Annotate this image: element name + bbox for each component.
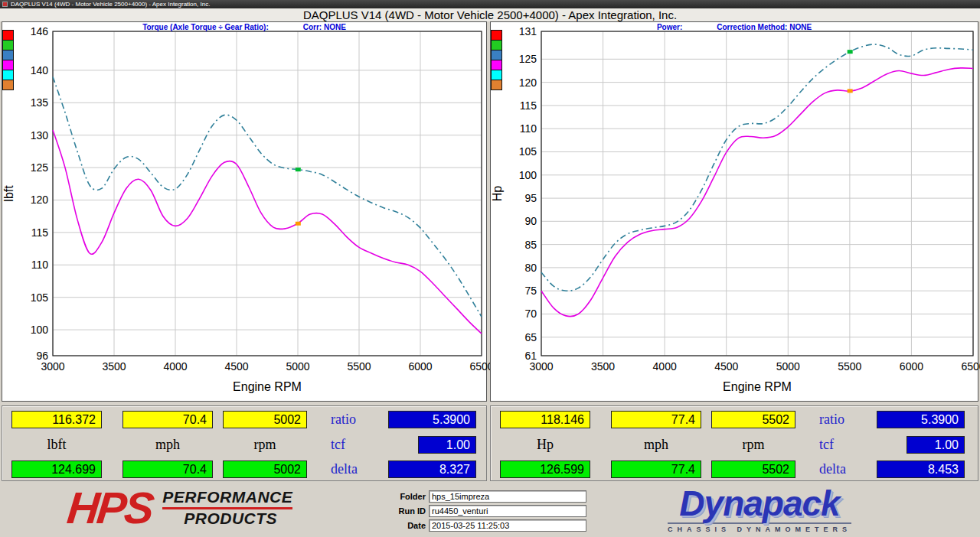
plot-background xyxy=(541,31,973,356)
hps-logo: HPS PERFORMANCE PRODUCTS xyxy=(67,487,292,529)
y-tick-label: 65 xyxy=(524,331,537,343)
legend-swatch-green[interactable] xyxy=(491,40,502,50)
hps-logo-word2: PRODUCTS xyxy=(184,509,292,528)
date-input[interactable] xyxy=(429,519,586,532)
x-tick-label: 6000 xyxy=(408,360,432,373)
x-tick-label: 4500 xyxy=(714,360,738,373)
footer: HPS PERFORMANCE PRODUCTS Folder Run ID D… xyxy=(0,482,980,537)
delta-label: delta xyxy=(331,461,386,478)
speed-unit-label: mph xyxy=(611,436,701,454)
ratio-label: ratio xyxy=(819,411,874,428)
app-title: DAQPLUS V14 (4WD - Motor Vehicle 2500+40… xyxy=(0,8,980,21)
speed-cursor-value: 77.4 xyxy=(611,411,701,428)
torque-cursor-value: 116.372 xyxy=(11,411,102,428)
ratio-value: 5.3900 xyxy=(388,411,476,428)
folder-input[interactable] xyxy=(429,490,586,503)
titlebar-text: DAQPLUS V14 (4WD - Motor Vehicle 2500+40… xyxy=(11,1,210,8)
tcf-value: 1.00 xyxy=(418,436,476,454)
y-tick-label: 125 xyxy=(31,161,49,174)
power-reference-value: 126.599 xyxy=(500,461,590,478)
tcf-value: 1.00 xyxy=(906,436,965,454)
x-tick-label: 3000 xyxy=(529,360,553,373)
x-tick-label: 3500 xyxy=(102,360,126,373)
cursor-marker[interactable] xyxy=(296,222,301,226)
x-tick-label: 6500 xyxy=(961,360,980,373)
dynapack-logo: Dynapack CHASSIS DYNAMOMETERS xyxy=(668,487,851,533)
run-id-label: Run ID xyxy=(389,506,429,516)
hps-logo-acronym: HPS xyxy=(65,487,154,529)
legend-swatch-orange[interactable] xyxy=(491,80,502,90)
y-tick-label: 75 xyxy=(524,285,537,297)
y-axis-label: Hp xyxy=(491,186,504,202)
run-info-fields: Folder Run ID Date xyxy=(389,490,586,534)
power-correction-label: Correction Method: NONE xyxy=(717,23,812,31)
legend-swatch-orange[interactable] xyxy=(2,80,14,90)
y-axis-label: lbft xyxy=(2,185,15,202)
plot-background xyxy=(53,31,482,356)
daqplus-window: DAQPLUS V14 (4WD - Motor Vehicle 2500+40… xyxy=(0,0,980,537)
power-chart-header: Power: Correction Method: NONE xyxy=(491,23,978,31)
x-tick-label: 3500 xyxy=(591,360,615,373)
torque-chart[interactable]: 9610010511011512012513013514014630003500… xyxy=(2,22,488,402)
x-tick-label: 4000 xyxy=(653,360,677,373)
cursor-marker[interactable] xyxy=(848,50,853,54)
x-axis-label: Engine RPM xyxy=(233,380,302,393)
legend-swatch-magenta[interactable] xyxy=(2,60,14,70)
torque-unit-label: lbft xyxy=(11,436,102,454)
legend-swatch-red[interactable] xyxy=(491,30,502,41)
date-label: Date xyxy=(389,521,429,530)
legend-swatch-cyan[interactable] xyxy=(491,70,502,80)
power-readout-panel: 118.146 77.4 5502 ratio 5.3900 Hp mph rp… xyxy=(490,405,978,481)
legend-swatch-blue[interactable] xyxy=(2,50,14,60)
y-tick-label: 90 xyxy=(524,215,537,227)
rpm-cursor-value: 5002 xyxy=(223,411,307,428)
y-tick-label: 105 xyxy=(31,291,49,304)
torque-chart-title: Torque (Axle Torque ÷ Gear Ratio): xyxy=(142,23,269,31)
y-tick-label: 130 xyxy=(31,129,49,142)
ratio-value: 5.3900 xyxy=(877,411,965,428)
power-legend-swatches xyxy=(491,31,502,90)
y-tick-label: 110 xyxy=(31,259,49,271)
power-chart[interactable]: 6165707580859095100105110115120125131300… xyxy=(491,22,979,402)
y-tick-label: 70 xyxy=(524,308,537,320)
delta-value: 8.327 xyxy=(388,461,476,478)
app-icon xyxy=(2,2,8,7)
window-titlebar[interactable]: DAQPLUS V14 (4WD - Motor Vehicle 2500+40… xyxy=(0,0,980,8)
x-tick-label: 5000 xyxy=(776,360,800,373)
y-tick-label: 125 xyxy=(519,53,537,65)
x-tick-label: 5000 xyxy=(286,360,309,373)
legend-swatch-cyan[interactable] xyxy=(2,70,14,80)
rpm-unit-label: rpm xyxy=(223,436,307,454)
power-unit-label: Hp xyxy=(500,436,590,454)
folder-label: Folder xyxy=(389,492,429,501)
legend-swatch-blue[interactable] xyxy=(491,50,502,60)
tcf-label: tcf xyxy=(331,436,386,454)
hps-logo-word1: PERFORMANCE xyxy=(162,488,292,509)
dynapack-logo-tagline: CHASSIS DYNAMOMETERS xyxy=(668,522,851,533)
y-tick-label: 115 xyxy=(520,99,537,112)
legend-swatch-red[interactable] xyxy=(2,30,14,41)
speed-unit-label: mph xyxy=(122,436,213,454)
rpm-reference-value: 5002 xyxy=(223,461,307,478)
power-cursor-value: 118.146 xyxy=(500,411,590,428)
rpm-reference-value: 5502 xyxy=(711,461,795,478)
cursor-marker[interactable] xyxy=(296,168,301,171)
speed-reference-value: 77.4 xyxy=(611,461,701,478)
speed-reference-value: 70.4 xyxy=(122,461,213,478)
y-tick-label: 110 xyxy=(520,122,537,135)
x-tick-label: 6000 xyxy=(900,360,923,373)
power-chart-panel: Power: Correction Method: NONE 616570758… xyxy=(490,21,978,402)
y-tick-label: 95 xyxy=(524,192,537,204)
legend-swatch-green[interactable] xyxy=(2,40,14,50)
y-tick-label: 100 xyxy=(31,324,49,336)
power-chart-title: Power: xyxy=(657,23,682,31)
x-tick-label: 4500 xyxy=(224,360,248,373)
x-tick-label: 4000 xyxy=(163,360,187,373)
torque-chart-panel: Torque (Axle Torque ÷ Gear Ratio): Corr:… xyxy=(2,21,487,402)
cursor-marker[interactable] xyxy=(848,89,853,93)
run-id-input[interactable] xyxy=(429,505,586,517)
y-tick-label: 80 xyxy=(524,262,537,274)
y-tick-label: 140 xyxy=(31,64,49,76)
legend-swatch-magenta[interactable] xyxy=(491,60,502,70)
torque-readout-panel: 116.372 70.4 5002 ratio 5.3900 lbft mph … xyxy=(2,405,487,481)
